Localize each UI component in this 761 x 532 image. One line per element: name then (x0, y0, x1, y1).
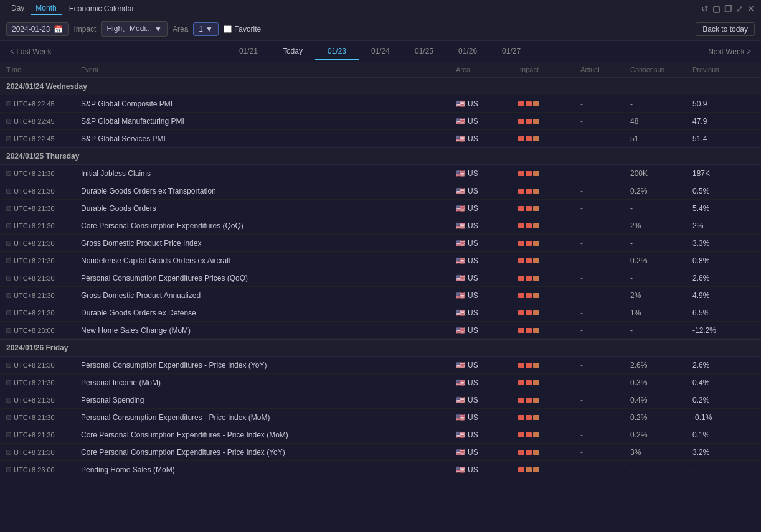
table-row[interactable]: UTC+8 21:30Gross Domestic Product Price … (0, 235, 761, 252)
row-event-name: Core Personal Consumption Expenditures -… (81, 448, 456, 457)
section-header-sec3: 2024/01/26 Friday (0, 339, 761, 357)
row-area: 🇺🇸US (456, 291, 518, 300)
close-icon[interactable]: ✕ (747, 4, 755, 14)
week-day-01-26[interactable]: 01/26 (446, 43, 489, 60)
row-previous: 2% (692, 222, 755, 230)
row-event-name: Gross Domestic Product Annualized (81, 291, 456, 300)
area-code: US (468, 396, 478, 404)
row-event-name: New Home Sales Change (MoM) (81, 326, 456, 335)
row-bookmark-icon[interactable] (6, 241, 11, 246)
impact-label: Impact (73, 25, 96, 34)
flag-icon: 🇺🇸 (456, 465, 465, 474)
table-row[interactable]: UTC+8 22:45S&P Global Services PMI🇺🇸US-5… (0, 130, 761, 147)
row-bookmark-icon[interactable] (6, 310, 11, 315)
table-row[interactable]: UTC+8 21:30Nondefense Capital Goods Orde… (0, 252, 761, 269)
date-picker[interactable]: 2024-01-23 📅 (6, 22, 69, 36)
row-previous: - (692, 465, 755, 474)
row-bookmark-icon[interactable] (6, 380, 11, 385)
impact-filter[interactable]: High、Medi... ▼ (101, 21, 168, 37)
filter-bar: 2024-01-23 📅 Impact High、Medi... ▼ Area … (0, 17, 761, 41)
back-to-today-button[interactable]: Back to today (696, 22, 755, 36)
row-bookmark-icon[interactable] (6, 328, 11, 333)
row-time: UTC+8 22:45 (6, 100, 81, 108)
area-code: US (468, 187, 478, 195)
favorite-label: Favorite (234, 25, 261, 34)
row-previous: 187K (692, 169, 755, 178)
week-day-01-24[interactable]: 01/24 (359, 43, 402, 60)
row-time: UTC+8 21:30 (6, 379, 81, 386)
table-row[interactable]: UTC+8 21:30Core Personal Consumption Exp… (0, 444, 761, 461)
favorite-checkbox[interactable]: Favorite (224, 25, 261, 34)
table-row[interactable]: UTC+8 23:00Pending Home Sales (MoM)🇺🇸US-… (0, 461, 761, 478)
flag-icon: 🇺🇸 (456, 187, 465, 195)
table-row[interactable]: UTC+8 21:30Durable Goods Orders ex Defen… (0, 304, 761, 322)
week-day-Today[interactable]: Today (270, 43, 315, 60)
table-row[interactable]: UTC+8 21:30Personal Spending🇺🇸US-0.4%0.2… (0, 391, 761, 409)
row-area: 🇺🇸US (456, 448, 518, 457)
minimize-icon[interactable]: ▢ (712, 4, 721, 14)
restore-icon[interactable]: ❐ (724, 4, 732, 14)
app-title: Economic Calendar (69, 4, 701, 13)
row-consensus: 2% (630, 222, 692, 230)
row-time: UTC+8 21:30 (6, 170, 81, 177)
table-row[interactable]: UTC+8 22:45S&P Global Composite PMI🇺🇸US-… (0, 95, 761, 113)
tab-month[interactable]: Month (31, 2, 61, 15)
row-bookmark-icon[interactable] (6, 467, 11, 472)
row-bookmark-icon[interactable] (6, 398, 11, 403)
row-bookmark-icon[interactable] (6, 223, 11, 228)
table-row[interactable]: UTC+8 21:30Core Personal Consumption Exp… (0, 217, 761, 235)
row-bookmark-icon[interactable] (6, 171, 11, 176)
refresh-icon[interactable]: ↺ (701, 4, 709, 14)
week-day-01-27[interactable]: 01/27 (489, 43, 533, 60)
table-row[interactable]: UTC+8 21:30Core Personal Consumption Exp… (0, 426, 761, 444)
row-bookmark-icon[interactable] (6, 206, 11, 211)
impact-bars (518, 258, 580, 263)
row-actual: - (580, 222, 630, 230)
area-code: US (468, 117, 478, 126)
impact-bars (518, 189, 580, 194)
row-bookmark-icon[interactable] (6, 276, 11, 281)
table-row[interactable]: UTC+8 21:30Personal Consumption Expendit… (0, 357, 761, 374)
row-previous: 3.3% (692, 239, 755, 248)
row-bookmark-icon[interactable] (6, 101, 11, 106)
week-day-01-25[interactable]: 01/25 (402, 43, 446, 60)
expand-icon[interactable]: ⤢ (736, 4, 744, 14)
table-row[interactable]: UTC+8 21:30Personal Income (MoM)🇺🇸US-0.3… (0, 374, 761, 391)
impact-bars (518, 432, 580, 437)
week-day-01-21[interactable]: 01/21 (227, 43, 270, 60)
row-bookmark-icon[interactable] (6, 450, 11, 455)
row-bookmark-icon[interactable] (6, 363, 11, 368)
table-row[interactable]: UTC+8 21:30Durable Goods Orders🇺🇸US--5.4… (0, 200, 761, 217)
row-bookmark-icon[interactable] (6, 432, 11, 437)
row-area: 🇺🇸US (456, 309, 518, 317)
row-consensus: 2.6% (630, 361, 692, 370)
row-area: 🇺🇸US (456, 465, 518, 474)
table-row[interactable]: UTC+8 23:00New Home Sales Change (MoM)🇺🇸… (0, 322, 761, 339)
table-row[interactable]: UTC+8 21:30Personal Consumption Expendit… (0, 269, 761, 287)
flag-icon: 🇺🇸 (456, 274, 465, 282)
table-header: Time Event Area Impact Actual Consensus … (0, 62, 761, 78)
row-bookmark-icon[interactable] (6, 415, 11, 420)
row-bookmark-icon[interactable] (6, 136, 11, 141)
table-row[interactable]: UTC+8 22:45S&P Global Manufacturing PMI🇺… (0, 113, 761, 130)
row-event-name: Personal Consumption Expenditures Prices… (81, 274, 456, 282)
row-bookmark-icon[interactable] (6, 189, 11, 194)
col-previous: Previous (692, 66, 755, 73)
row-bookmark-icon[interactable] (6, 293, 11, 298)
prev-week-button[interactable]: < Last Week (6, 45, 55, 58)
row-bookmark-icon[interactable] (6, 119, 11, 124)
table-row[interactable]: UTC+8 21:30Gross Domestic Product Annual… (0, 287, 761, 304)
table-row[interactable]: UTC+8 21:30Initial Jobless Claims🇺🇸US-20… (0, 165, 761, 182)
flag-icon: 🇺🇸 (456, 396, 465, 404)
week-day-01-23[interactable]: 01/23 (315, 43, 359, 60)
favorite-input[interactable] (224, 25, 232, 33)
area-filter[interactable]: 1 ▼ (193, 22, 219, 36)
row-area: 🇺🇸US (456, 256, 518, 265)
next-week-button[interactable]: Next Week > (704, 45, 755, 58)
row-event-name: Personal Income (MoM) (81, 378, 456, 387)
table-row[interactable]: UTC+8 21:30Personal Consumption Expendit… (0, 409, 761, 426)
row-bookmark-icon[interactable] (6, 258, 11, 263)
table-row[interactable]: UTC+8 21:30Durable Goods Orders ex Trans… (0, 182, 761, 200)
area-code: US (468, 413, 478, 422)
tab-day[interactable]: Day (6, 2, 29, 15)
